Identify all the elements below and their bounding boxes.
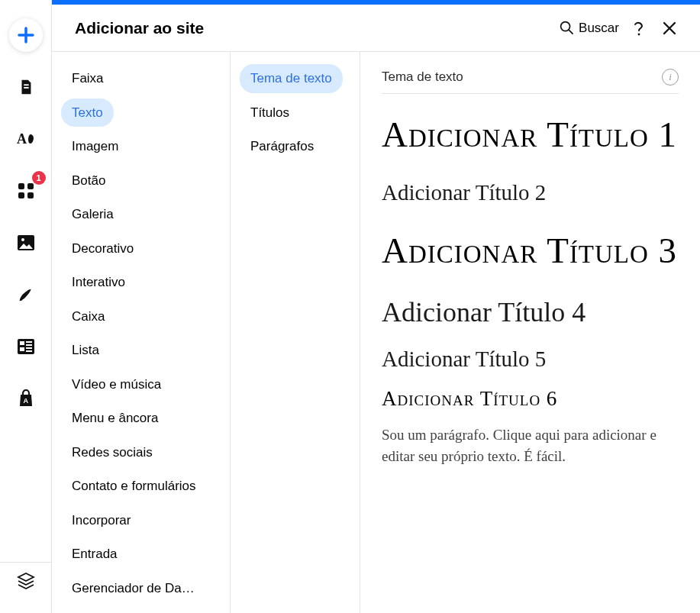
svg-rect-5 bbox=[18, 192, 24, 198]
plus-icon bbox=[18, 27, 34, 44]
bag-icon: A bbox=[18, 389, 34, 408]
add-button[interactable] bbox=[9, 18, 43, 52]
svg-rect-6 bbox=[27, 192, 34, 198]
preview-heading-1[interactable]: Adicionar Título 1 bbox=[382, 112, 679, 157]
search-button[interactable]: Buscar bbox=[555, 18, 624, 39]
left-toolbar: A 1 A bbox=[0, 0, 52, 613]
blog-button[interactable] bbox=[9, 278, 43, 311]
site-design-button[interactable]: A bbox=[9, 122, 43, 156]
category-item[interactable]: Lista bbox=[61, 336, 110, 365]
svg-rect-0 bbox=[24, 84, 28, 85]
add-panel: Adicionar ao site Buscar FaixaTextoImage… bbox=[52, 5, 700, 613]
panel-header: Adicionar ao site Buscar bbox=[52, 5, 700, 52]
category-item[interactable]: Entrada bbox=[61, 540, 128, 569]
category-item[interactable]: Menu e âncora bbox=[61, 404, 169, 433]
help-button[interactable] bbox=[624, 13, 654, 44]
category-item[interactable]: Incorporar bbox=[61, 506, 141, 535]
svg-text:A: A bbox=[17, 131, 27, 147]
layout-icon bbox=[18, 339, 34, 354]
pen-icon bbox=[18, 286, 34, 303]
category-item[interactable]: Vídeo e música bbox=[61, 370, 172, 399]
preview-paragraph-1[interactable]: Sou um parágrafo. Clique aqui para adici… bbox=[382, 424, 679, 468]
category-item[interactable]: Gerenciador de Da… bbox=[61, 574, 205, 603]
svg-rect-4 bbox=[27, 183, 34, 189]
svg-rect-10 bbox=[20, 341, 24, 345]
svg-rect-13 bbox=[20, 347, 24, 351]
svg-rect-12 bbox=[26, 344, 32, 346]
search-label: Buscar bbox=[579, 21, 619, 36]
category-item[interactable]: Redes sociais bbox=[61, 438, 163, 467]
panel-body: FaixaTextoImagemBotãoGaleriaDecorativoIn… bbox=[52, 52, 700, 613]
preview-heading-6[interactable]: Adicionar Título 6 bbox=[382, 387, 679, 411]
svg-rect-1 bbox=[24, 87, 28, 89]
subcategory-item[interactable]: Tema de texto bbox=[240, 64, 343, 93]
image-icon bbox=[18, 235, 34, 250]
preview-heading-4[interactable]: Adicionar Título 4 bbox=[382, 296, 679, 328]
close-button[interactable] bbox=[654, 13, 685, 44]
panel-title: Adicionar ao site bbox=[75, 19, 547, 37]
preview-column: Tema de texto i Adicionar Título 1 Adici… bbox=[360, 52, 700, 613]
help-icon bbox=[634, 21, 644, 36]
preview-section-title: Tema de texto bbox=[382, 69, 463, 85]
subcategory-list: Tema de textoTítulosParágrafos bbox=[231, 52, 360, 613]
preview-heading-2[interactable]: Adicionar Título 2 bbox=[382, 180, 679, 205]
svg-point-8 bbox=[21, 238, 24, 241]
category-item[interactable]: Galeria bbox=[61, 200, 124, 229]
category-item[interactable]: Interativo bbox=[61, 268, 136, 297]
category-list: FaixaTextoImagemBotãoGaleriaDecorativoIn… bbox=[52, 52, 231, 613]
search-icon bbox=[560, 21, 574, 35]
store-button[interactable]: A bbox=[9, 382, 43, 415]
page-icon bbox=[18, 79, 34, 95]
category-item[interactable]: Caixa bbox=[61, 302, 115, 331]
pages-button[interactable] bbox=[9, 70, 43, 104]
preview-heading-5[interactable]: Adicionar Título 5 bbox=[382, 347, 679, 372]
svg-rect-15 bbox=[26, 350, 32, 352]
design-icon: A bbox=[17, 131, 35, 147]
layers-icon bbox=[17, 573, 35, 589]
svg-text:A: A bbox=[23, 397, 28, 405]
svg-point-18 bbox=[638, 33, 640, 35]
layout-button[interactable] bbox=[9, 330, 43, 363]
subcategory-item[interactable]: Títulos bbox=[240, 98, 300, 127]
category-item[interactable]: Texto bbox=[61, 98, 114, 127]
category-item[interactable]: Decorativo bbox=[61, 234, 144, 263]
category-item[interactable]: Blog bbox=[61, 608, 108, 613]
layers-button[interactable] bbox=[9, 567, 43, 595]
category-item[interactable]: Faixa bbox=[61, 64, 115, 93]
category-item[interactable]: Botão bbox=[61, 166, 116, 195]
category-item[interactable]: Contato e formulários bbox=[61, 472, 207, 501]
grid-icon bbox=[18, 182, 34, 199]
app-market-button[interactable]: 1 bbox=[9, 174, 43, 208]
leftbar-bottom bbox=[0, 562, 52, 613]
preview-heading-3[interactable]: Adicionar Título 3 bbox=[382, 228, 679, 273]
preview-header: Tema de texto i bbox=[382, 69, 679, 94]
svg-rect-11 bbox=[26, 341, 32, 343]
media-button[interactable] bbox=[9, 226, 43, 260]
svg-rect-3 bbox=[18, 183, 24, 189]
badge-count: 1 bbox=[32, 171, 46, 185]
close-icon bbox=[663, 21, 676, 35]
info-icon: i bbox=[669, 71, 672, 83]
category-item[interactable]: Imagem bbox=[61, 132, 129, 161]
svg-rect-14 bbox=[26, 347, 32, 349]
subcategory-item[interactable]: Parágrafos bbox=[240, 132, 324, 161]
info-button[interactable]: i bbox=[662, 69, 679, 85]
